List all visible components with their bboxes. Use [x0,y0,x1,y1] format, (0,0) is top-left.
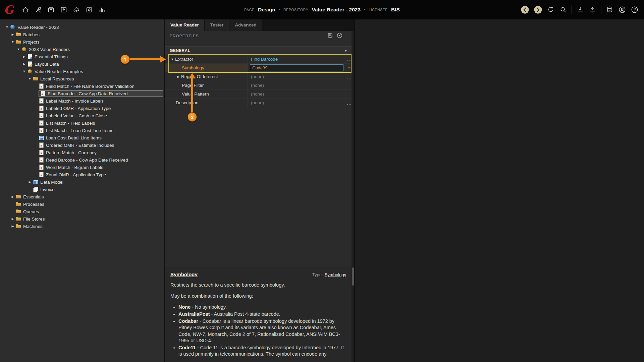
tree-item-invoice[interactable]: Invoice [0,186,164,193]
expander-icon[interactable]: ▶ [21,60,27,68]
property-value[interactable]: (none) [251,100,264,105]
tree-item-file-stores[interactable]: ▶ File Stores [0,215,164,223]
help-type-label: Type: [312,272,323,278]
property-row-extractor[interactable]: ▼ Extractor Find Barcode … [165,55,354,64]
tree-item-zonal-omr[interactable]: Zonal OMR - Application Type [0,171,164,178]
tree-item-queues[interactable]: Queues [0,208,164,215]
tree-item-layout-data[interactable]: ▶ Layout Data [0,60,164,68]
database-icon[interactable] [606,6,614,14]
properties-header: PROPERTIES [165,31,354,41]
search-icon[interactable] [559,6,567,14]
expander-icon[interactable]: ▶ [10,223,16,230]
close-icon[interactable] [336,32,343,40]
property-value[interactable]: (none) [251,74,264,79]
property-value[interactable]: (none) [251,83,264,88]
tree-item-projects[interactable]: ▼ Projects [0,38,164,46]
symbology-input[interactable] [250,64,343,71]
dot-separator: • [364,7,365,12]
tree-item-essentials[interactable]: ▶ Essentials [0,193,164,200]
tree-item-labeled-value[interactable]: Labeled Value - Cash to Close [0,112,164,119]
expander-icon[interactable]: ▶ [10,31,16,38]
tree-item-list-match-loan-cost[interactable]: List Match - Loan Cost Line Items [0,127,164,134]
tree-item-find-barcode[interactable]: Find Barcode - Cow App Data Received [0,90,164,97]
tree-item-ordered-omr[interactable]: Ordered OMR - Estimate Includes [0,141,164,149]
tab-tester[interactable]: Tester [205,19,229,31]
tab-advanced[interactable]: Advanced [229,19,262,31]
save-icon[interactable] [327,32,333,40]
archive-box-icon[interactable] [47,6,55,14]
expander-icon[interactable]: ▼ [27,75,33,82]
expander-icon[interactable]: ▶ [10,215,16,223]
expander-icon[interactable]: ▶ [10,193,16,200]
property-row-page-filter[interactable]: Page Filter (none) [165,81,354,90]
tree-item-batches[interactable]: ▶ Batches [0,31,164,38]
property-value[interactable]: Find Barcode [251,57,278,62]
tree-item-list-match-field-labels[interactable]: List Match - Field Labels [0,119,164,127]
tree-item-word-match[interactable]: Word Match - Bigram Labels [0,164,164,171]
tree-item-label-match[interactable]: Label Match - Invoice Labels [0,97,164,105]
toolbar-divider [572,5,572,14]
package-gear-icon[interactable] [85,6,93,14]
scrollbar-track[interactable] [352,31,354,362]
tree-item-pattern-match[interactable]: Pattern Match - Currency [0,149,164,156]
property-row-symbology[interactable]: Symbology ≡ [165,64,354,72]
node-tree-panel: ▼ Value Reader - 2023 ▶ Batches ▼ Projec… [0,19,164,362]
app-window: G PAGE Desi [0,0,644,362]
context-breadcrumb: PAGE Design • REPOSITORY Value Reader - … [244,0,400,19]
selected-tree-item-box: Find Barcode - Cow App Data Received [39,90,163,97]
extractor-icon [39,106,44,111]
tree-item-labeled-omr[interactable]: Labeled OMR - Application Type [0,105,164,112]
back-button[interactable] [521,5,529,14]
documents-icon [33,187,38,192]
expander-icon[interactable]: ▶ [21,53,27,60]
help-type-link[interactable]: Symbology [325,272,346,278]
bar-chart-icon[interactable] [98,6,106,14]
expander-icon[interactable]: ▶ [176,75,181,78]
extractor-icon [39,165,44,170]
tree-item-read-barcode[interactable]: Read Barcode - Cow App Date Received [0,156,164,164]
help-bullet: AustraliaPost - Australia Post 4-state b… [178,311,346,317]
upload-icon[interactable] [589,6,597,14]
tab-value-reader[interactable]: Value Reader [165,19,204,31]
tree-item-local-resources[interactable]: ▼ Local Resources [0,75,164,82]
folder-icon [16,224,21,229]
tree-item-machines[interactable]: ▶ Machines [0,223,164,230]
tree-item-loan-cost-detail[interactable]: Loan Cost Detail Line Items [0,134,164,141]
tree-item-value-reader-2023[interactable]: ▼ Value Reader - 2023 [0,23,164,31]
expander-icon[interactable]: ▼ [15,46,21,53]
refresh-icon[interactable] [547,6,555,14]
import-box-icon[interactable] [60,6,68,14]
expander-icon[interactable]: ▶ [27,178,33,186]
user-account-icon[interactable] [618,6,626,14]
tree-item-processes[interactable]: Processes [0,200,164,208]
expander-icon[interactable]: ▼ [10,38,16,46]
forward-button[interactable] [534,5,542,14]
licensee-value: BIS [391,7,400,13]
expander-icon[interactable]: ▼ [21,68,27,75]
property-row-value-pattern[interactable]: Value Pattern (none) [165,90,354,99]
property-row-description[interactable]: Description (none) … [165,99,354,107]
property-label: Extractor [175,57,193,62]
property-value[interactable]: (none) [251,92,264,97]
folder-icon [16,194,21,199]
tree-item-value-reader-examples[interactable]: ▼ Value Reader Examples [0,68,164,75]
tree-item-2023-value-readers[interactable]: ▼ 2023 Value Readers [0,46,164,53]
section-general[interactable]: GENERAL ▼ [165,46,354,55]
property-grid: ▼ Extractor Find Barcode … Symbology ≡ [165,55,354,107]
extractor-icon [39,128,44,133]
home-icon[interactable] [21,6,30,14]
download-icon[interactable] [576,6,584,14]
project-icon [21,47,27,52]
help-icon[interactable] [631,6,639,14]
chevron-down-icon[interactable]: ▼ [344,49,347,53]
tree-item-data-model[interactable]: ▶ Data Model [0,178,164,186]
scrollbar-thumb[interactable] [352,267,354,286]
expander-icon[interactable]: ▼ [170,58,175,61]
toolbar-divider [601,5,601,14]
tools-icon[interactable] [34,6,42,14]
tree-item-field-match[interactable]: Field Match - File Name Borrower Validat… [0,82,164,90]
expander-icon[interactable]: ▼ [4,23,10,31]
extractor-icon [39,142,44,148]
help-title: Symbology [170,271,198,278]
cloud-upload-icon[interactable] [72,6,80,14]
